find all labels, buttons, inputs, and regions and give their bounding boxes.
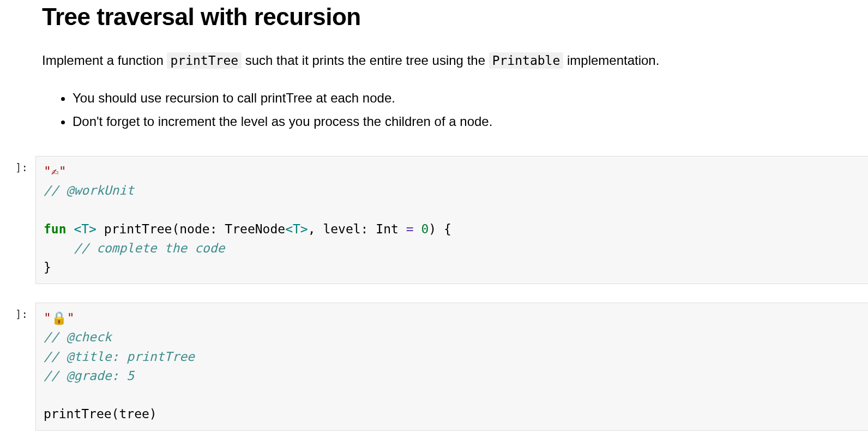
string-quote: " (67, 311, 75, 325)
generic-param: <T> (74, 222, 97, 236)
notebook-page: Tree traversal with recursion Implement … (0, 0, 868, 434)
fn-signature-part: , level: Int (308, 222, 406, 236)
string-quote: " (44, 164, 51, 178)
markdown-cell: Tree traversal with recursion Implement … (0, 0, 868, 133)
comment-check: // @check (44, 330, 112, 344)
intro-text-mid: such that it prints the entire tree usin… (245, 53, 489, 68)
code-content: "✍" // @workUnit fun <T> printTree(node:… (44, 162, 860, 277)
string-quote: " (59, 164, 67, 178)
intro-text-pre: Implement a function (42, 53, 167, 68)
code-editor[interactable]: "🔒" // @check // @title: printTree // @g… (35, 303, 868, 431)
fn-signature-part: printTree(node: TreeNode (97, 222, 285, 236)
code-editor[interactable]: "✍" // @workUnit fun <T> printTree(node:… (35, 156, 868, 284)
fn-signature-close: ) { (429, 222, 451, 236)
keyword-fun: fun (44, 222, 67, 236)
hint-item: Don't forget to increment the level as y… (73, 110, 846, 133)
pencil-icon: ✍ (51, 164, 59, 178)
code-content: "🔒" // @check // @title: printTree // @g… (44, 309, 860, 424)
lock-icon: 🔒 (51, 311, 67, 325)
close-brace: } (44, 260, 51, 274)
code-inline-printable: Printable (489, 52, 564, 69)
number-literal: 0 (421, 222, 429, 236)
equals-op: = (406, 222, 421, 236)
cell-prompt: ]: (0, 303, 35, 431)
comment-workunit: // @workUnit (44, 183, 134, 197)
code-cell: ]: "✍" // @workUnit fun <T> printTree(no… (0, 156, 868, 284)
intro-paragraph: Implement a function printTree such that… (42, 50, 846, 71)
comment-grade: // @grade: 5 (44, 369, 134, 383)
generic-param: <T> (285, 222, 308, 236)
comment-title: // @title: printTree (44, 349, 195, 364)
hint-item: You should use recursion to call printTr… (73, 86, 846, 110)
string-quote: " (44, 311, 51, 325)
code-cell: ]: "🔒" // @check // @title: printTree //… (0, 303, 868, 431)
hints-list: You should use recursion to call printTr… (42, 86, 846, 133)
page-title: Tree traversal with recursion (42, 0, 846, 31)
cell-prompt: ]: (0, 156, 35, 284)
code-inline-printtree: printTree (167, 52, 242, 69)
comment-complete: // complete the code (44, 241, 225, 255)
intro-text-post: implementation. (567, 53, 659, 68)
call-line: printTree(tree) (44, 407, 157, 421)
